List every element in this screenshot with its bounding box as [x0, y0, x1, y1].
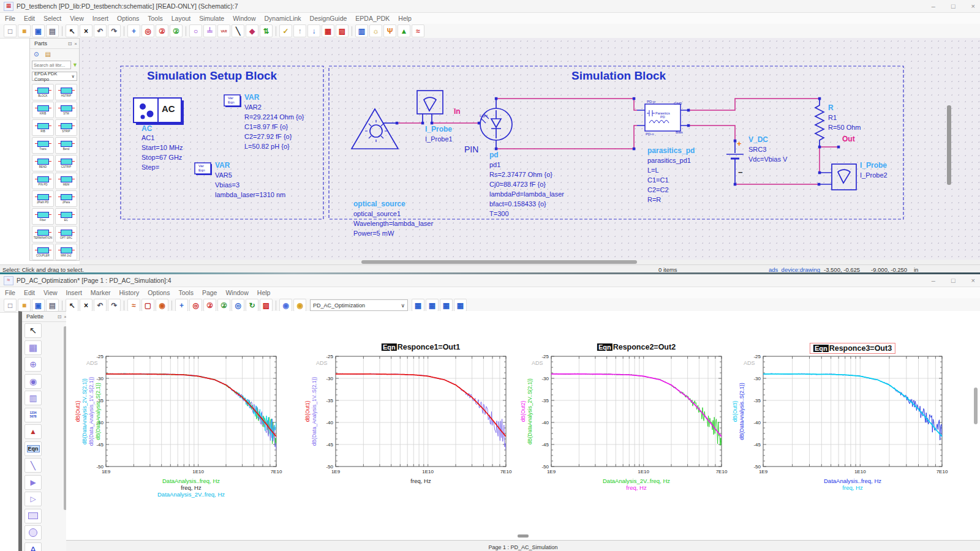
- undo-button[interactable]: ↶: [94, 299, 107, 312]
- part-stm[interactable]: STM: [55, 102, 77, 118]
- zoom-in-2-button[interactable]: ②: [217, 299, 230, 312]
- plot-4[interactable]: EqnResponce3=Out3ADS-25-30-35-40-45-501E…: [729, 318, 959, 523]
- schematic-menu-designguide[interactable]: DesignGuide: [310, 15, 347, 22]
- wire-button[interactable]: ╲: [232, 24, 244, 37]
- part-bend[interactable]: BEND: [32, 155, 54, 171]
- part-ec[interactable]: EC: [55, 208, 77, 225]
- link-data-button[interactable]: ◉: [279, 299, 292, 312]
- rectangle-tool[interactable]: [24, 509, 42, 523]
- line-tool[interactable]: ╲: [24, 458, 42, 473]
- tune-button[interactable]: Ψ: [383, 24, 396, 37]
- equation-tool[interactable]: Eqn: [24, 441, 42, 456]
- schematic-menu-edit[interactable]: Edit: [24, 15, 35, 22]
- part-rib[interactable]: RIB: [32, 119, 54, 136]
- refresh-button[interactable]: ↻: [246, 299, 258, 312]
- schematic-menu-insert[interactable]: Insert: [92, 15, 108, 22]
- zoom-in-2-button[interactable]: ②: [170, 24, 183, 37]
- schematic-menu-layout[interactable]: Layout: [172, 15, 191, 22]
- schematic-vertical-scrollbar[interactable]: [947, 105, 951, 185]
- minimize-button[interactable]: –: [932, 2, 935, 10]
- parts-close-icon[interactable]: ×: [74, 41, 77, 47]
- palette-float-icon[interactable]: ⊡: [58, 314, 62, 320]
- optimize-button[interactable]: ☼: [369, 24, 382, 37]
- pointer-tool[interactable]: ↖: [24, 323, 42, 338]
- schematic-menu-window[interactable]: Window: [233, 15, 255, 22]
- pan-button[interactable]: +: [175, 299, 188, 312]
- smith-chart-tool[interactable]: ◉: [24, 374, 42, 389]
- part-trans[interactable]: Trans: [32, 137, 54, 154]
- save-button[interactable]: ▣: [32, 299, 45, 312]
- part-coupler[interactable]: COUPLER: [32, 244, 54, 260]
- print-button[interactable]: ▤: [46, 24, 59, 37]
- plots-canvas[interactable]: Page 1 : PD_AC_Simulation ADS-25-30-35-4…: [66, 311, 980, 551]
- close-button[interactable]: ×: [971, 2, 975, 10]
- library-browser-icon[interactable]: ▤: [45, 51, 50, 58]
- i-probe1-symbol[interactable]: [417, 91, 443, 123]
- polar-plot-tool[interactable]: ⊕: [24, 357, 42, 372]
- schematic-menu-select[interactable]: Select: [43, 15, 61, 22]
- part-bend[interactable]: Bend: [55, 137, 77, 154]
- part-opt-src[interactable]: OPT SRC: [55, 226, 77, 242]
- pan-button[interactable]: +: [127, 24, 140, 37]
- zoom-area-button[interactable]: ◎: [141, 24, 154, 37]
- part-cstrip[interactable]: CSTRIP: [55, 155, 77, 171]
- open-button[interactable]: ■: [18, 299, 31, 312]
- schematic-menu-tools[interactable]: Tools: [148, 15, 163, 22]
- part-hstrip[interactable]: HSTRIP: [55, 84, 77, 100]
- part-strip[interactable]: STRIP: [55, 119, 77, 136]
- open-button[interactable]: ■: [18, 24, 31, 37]
- save-button[interactable]: ▣: [32, 24, 45, 37]
- data-menu-page[interactable]: Page: [202, 289, 217, 296]
- maximize-button[interactable]: □: [951, 277, 956, 284]
- zoom-out-2-button[interactable]: ②: [203, 299, 216, 312]
- page-tab[interactable]: Page 1 : PD_AC_Simulation: [488, 544, 557, 550]
- insert-plot-button[interactable]: ▢: [141, 299, 154, 312]
- new-button[interactable]: □: [4, 24, 17, 37]
- sim-settings-button[interactable]: ↓: [307, 24, 320, 37]
- schematic-canvas[interactable]: Simulation Setup BlockACACAC1Start=10 MH…: [80, 38, 980, 260]
- part-pin-pd[interactable]: PIN PD: [32, 173, 54, 189]
- part-mmi-2x2[interactable]: MMI 2x2: [55, 244, 77, 260]
- data-menu-tools[interactable]: Tools: [178, 289, 194, 296]
- data-display-button[interactable]: ≈: [412, 24, 424, 37]
- dataset-1-button[interactable]: ▦: [412, 299, 424, 312]
- ground-button[interactable]: ╧: [203, 24, 216, 37]
- polygon-arrow-tool[interactable]: ▷: [24, 492, 42, 506]
- plot-2[interactable]: EqnResponce1=Out1ADS-25-30-35-40-45-501E…: [301, 318, 522, 523]
- data-menu-window[interactable]: Window: [225, 289, 248, 296]
- pin-photodiode-symbol[interactable]: [480, 99, 512, 149]
- delete-button[interactable]: ×: [80, 24, 92, 37]
- print-button[interactable]: ▤: [46, 299, 59, 312]
- schematic-menu-view[interactable]: View: [70, 15, 84, 22]
- part-fiber[interactable]: Fiber: [32, 208, 54, 225]
- list-plot-tool[interactable]: 12345678: [24, 408, 42, 422]
- display-opts-button[interactable]: ▥: [355, 24, 368, 37]
- part-termination[interactable]: TERMINATION: [32, 226, 54, 242]
- close-button[interactable]: ×: [971, 277, 975, 284]
- marker-button[interactable]: ≈: [127, 299, 140, 312]
- link-sim-button[interactable]: ◉: [293, 299, 306, 312]
- schematic-horizontal-scrollbar[interactable]: [80, 260, 980, 264]
- undo-button[interactable]: ↶: [94, 24, 107, 37]
- parts-float-icon[interactable]: ⊡: [68, 41, 72, 47]
- stacked-plot-tool[interactable]: ▥: [24, 391, 42, 405]
- data-menu-marker[interactable]: Marker: [91, 289, 111, 296]
- maximize-button[interactable]: □: [951, 2, 956, 10]
- magnify-button[interactable]: ◎: [232, 299, 244, 312]
- parts-library-dropdown[interactable]: EPDA PDK Compo ∨: [32, 72, 77, 81]
- recent-parts-icon[interactable]: ⊙: [34, 51, 39, 58]
- part-block[interactable]: BLOCK: [32, 84, 54, 100]
- part-2para[interactable]: 2Para: [55, 190, 77, 207]
- dataset-2-button[interactable]: ▦: [426, 299, 439, 312]
- pointer-button[interactable]: ↖: [66, 24, 78, 37]
- deactivate-x-button[interactable]: ▨: [336, 24, 349, 37]
- parts-search-input[interactable]: [32, 61, 71, 69]
- simulate-button[interactable]: ✓: [279, 24, 292, 37]
- rect-plot-tool[interactable]: ▦: [24, 340, 42, 355]
- antenna-plot-tool[interactable]: ▲: [24, 424, 42, 439]
- filter-icon[interactable]: ▼: [72, 62, 78, 68]
- var-button[interactable]: VAR: [217, 24, 230, 37]
- minimize-button[interactable]: –: [932, 277, 935, 284]
- grow-button[interactable]: ▲: [398, 24, 410, 37]
- sim-up-button[interactable]: ↑: [293, 24, 306, 37]
